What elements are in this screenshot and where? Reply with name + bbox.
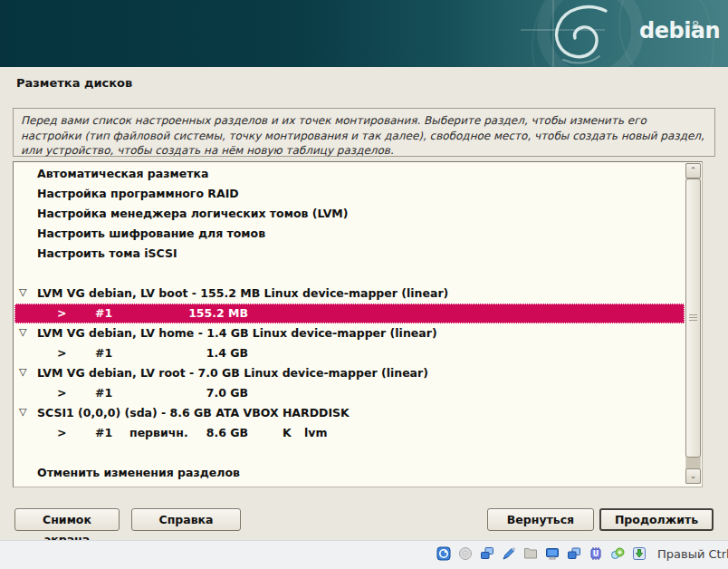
row-label: SCSI1 (0,0,0) (sda) - 8.6 GB ATA VBOX HA… [37,406,350,420]
svg-text:U: U [593,550,599,558]
partition-rows: Автоматическая разметкаНастройка програм… [14,164,685,483]
row-label: Настройка менеджера логических томов (LV… [37,207,349,220]
list-row[interactable]: Настроить шифрование для томов [14,224,685,244]
installer-window: debian 8 Разметка дисков Перед вами спис… [0,0,728,569]
help-button[interactable]: Справка [131,508,241,531]
list-row[interactable]: ▽LVM VG debian, LV home - 1.4 GB Linux d… [14,323,685,343]
mouse-integration-icon[interactable] [610,546,625,561]
row-marker: > [57,426,66,439]
list-row[interactable]: ▽LVM VG debian, LV root - 7.0 GB Linux d… [14,363,685,383]
optical-discs-icon[interactable] [458,546,473,561]
partition-list: Автоматическая разметкаНастройка програм… [13,161,703,487]
hard-disks-icon[interactable] [436,546,451,561]
scrollbar-thumb[interactable] [685,178,701,458]
description-text: Перед вами список настроенных разделов и… [21,113,707,159]
expand-triangle-icon: ▽ [19,326,26,338]
expand-triangle-icon: ▽ [19,406,26,418]
host-key-label: Правый Ctrl [657,547,728,561]
scroll-up-button[interactable]: ⌃ [685,163,701,178]
keyboard-capture-icon[interactable] [632,546,647,561]
back-button[interactable]: Вернуться [487,508,594,531]
vm-status-bar: U Правый Ctrl [0,540,728,569]
list-row-blank [14,443,685,463]
list-row[interactable]: >#1155.2 MB [14,304,685,323]
virtual-screens-icon[interactable] [567,546,581,561]
list-row[interactable]: >#11.4 GB [14,343,685,363]
list-row-blank [14,264,685,284]
brand-logotype: debian [639,18,720,43]
row-num: #1 [95,306,112,320]
status-icons: U Правый Ctrl [436,546,728,561]
row-marker: > [57,346,66,360]
row-size: 1.4 GB [162,346,248,360]
row-size: 155.2 MB [162,306,248,320]
page-title: Разметка дисков [16,76,132,90]
usb-devices-icon[interactable]: U [589,546,603,561]
header-decoration [0,0,728,67]
scroll-down-button[interactable]: ⌄ [685,468,701,484]
list-row[interactable]: Отменить изменения разделов [14,463,685,483]
brand-version: 8 [692,18,699,32]
network-icon[interactable] [480,546,494,561]
scrollbar-grip-icon [689,314,697,322]
list-row[interactable]: Настроить тома iSCSI [14,244,685,264]
row-label: Автоматическая разметка [37,167,208,180]
header-banner: debian 8 [0,0,728,67]
video-capture-pen-icon[interactable] [502,546,516,561]
debian-swirl-logo [557,7,606,63]
list-row[interactable]: ▽SCSI1 (0,0,0) (sda) - 8.6 GB ATA VBOX H… [14,403,685,423]
row-size: 8.6 GB [162,426,248,439]
row-size: 7.0 GB [162,386,248,400]
list-row[interactable]: >#17.0 GB [14,383,685,403]
expand-triangle-icon: ▽ [19,286,26,298]
list-row[interactable]: Настройка программного RAID [14,184,685,204]
list-row[interactable]: Автоматическая разметка [14,164,685,184]
screenshot-button[interactable]: Снимок экрана [14,508,120,531]
row-num: #1 [95,426,112,439]
vertical-scrollbar[interactable]: ⌃ ⌄ [685,163,701,484]
row-label: Настроить шифрование для томов [37,227,265,240]
row-marker: > [57,306,66,320]
row-label: Настроить тома iSCSI [37,246,177,260]
description-panel: Перед вами список настроенных разделов и… [13,108,715,157]
row-label: Отменить изменения разделов [37,466,240,479]
row-label: LVM VG debian, LV boot - 155.2 MB Linux … [37,286,448,300]
list-row[interactable]: >#1первичн.8.6 GBKlvm [14,423,685,443]
row-label: LVM VG debian, LV root - 7.0 GB Linux de… [37,366,428,380]
row-num: #1 [95,386,112,400]
expand-triangle-icon: ▽ [19,366,26,378]
list-row[interactable]: Настройка менеджера логических томов (LV… [14,204,685,224]
row-marker: > [57,386,66,400]
row-label: LVM VG debian, LV home - 1.4 GB Linux de… [37,326,437,340]
list-row[interactable]: ▽LVM VG debian, LV boot - 155.2 MB Linux… [14,284,685,304]
row-num: #1 [95,346,112,360]
row-label: Настройка программного RAID [37,187,239,200]
continue-button[interactable]: Продолжить [599,508,714,531]
row-fs: lvm [304,426,327,439]
shared-folders-icon[interactable] [523,546,538,561]
display-icon[interactable] [545,546,560,561]
row-flag: K [283,426,292,439]
